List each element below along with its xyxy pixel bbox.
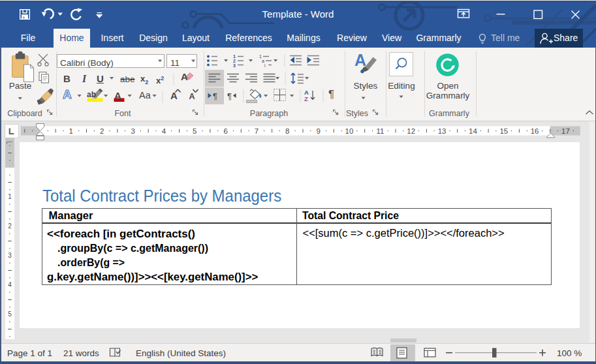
- svg-text:1: 1: [8, 193, 12, 200]
- svg-text:2: 2: [233, 59, 236, 63]
- svg-text:14: 14: [469, 127, 477, 135]
- svg-text:15: 15: [499, 127, 508, 135]
- svg-text:6: 6: [223, 127, 227, 135]
- svg-text:11: 11: [376, 127, 384, 135]
- svg-text:3: 3: [131, 127, 134, 135]
- svg-text:4: 4: [162, 127, 166, 135]
- svg-text:9: 9: [316, 127, 320, 135]
- svg-text:17: 17: [561, 127, 570, 135]
- svg-text:8: 8: [285, 127, 289, 135]
- svg-text:13: 13: [438, 127, 447, 135]
- svg-text:a: a: [262, 59, 264, 63]
- svg-text:¶: ¶: [213, 91, 217, 101]
- svg-text:10: 10: [345, 127, 354, 135]
- svg-text:5: 5: [8, 311, 12, 318]
- svg-text:2: 2: [8, 222, 12, 230]
- svg-text:16: 16: [531, 127, 539, 135]
- svg-text:1: 1: [259, 54, 262, 59]
- svg-text:1: 1: [233, 54, 236, 59]
- svg-text:3: 3: [233, 63, 236, 68]
- svg-text:7: 7: [255, 127, 259, 135]
- svg-text:1: 1: [69, 127, 73, 135]
- svg-text:12: 12: [407, 127, 415, 135]
- svg-text:5: 5: [193, 127, 196, 135]
- svg-text:i: i: [264, 63, 266, 68]
- svg-text:Z: Z: [304, 95, 308, 102]
- svg-text:3: 3: [8, 252, 12, 259]
- svg-text:4: 4: [8, 281, 12, 288]
- svg-text:¶: ¶: [227, 91, 232, 101]
- svg-text:2: 2: [100, 127, 104, 135]
